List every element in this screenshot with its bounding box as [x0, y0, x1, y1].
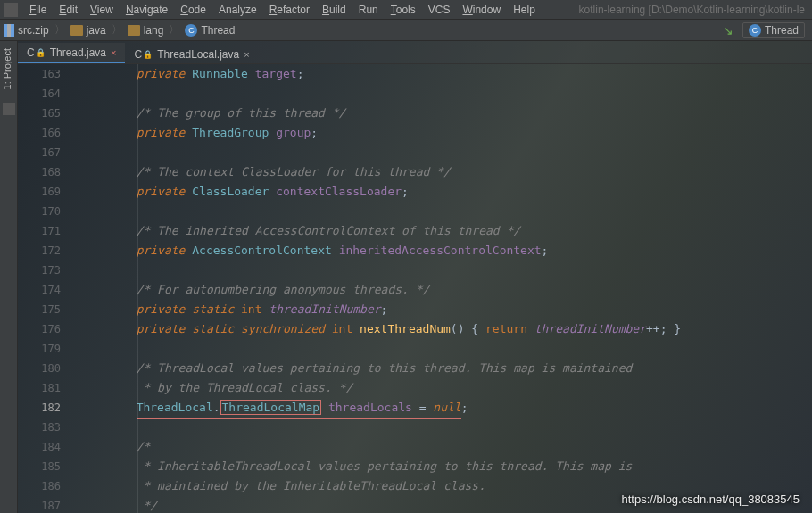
editor-tabs: C🔒Thread.java×C🔒ThreadLocal.java×: [18, 41, 812, 64]
line-number: 170: [18, 202, 61, 221]
line-number: 180: [18, 359, 61, 378]
code-line[interactable]: /* The context ClassLoader for this thre…: [80, 162, 812, 182]
line-number: 187: [18, 496, 61, 513]
folder-icon: [70, 25, 83, 36]
line-number: 186: [18, 476, 61, 496]
line-number: 171: [18, 221, 61, 241]
close-icon[interactable]: ×: [111, 47, 116, 58]
tab-label: ThreadLocal.java: [157, 48, 239, 61]
build-icon[interactable]: ↘: [723, 23, 733, 37]
tab-label: Thread.java: [50, 46, 106, 59]
archive-icon: [4, 24, 14, 37]
line-number: 168: [18, 162, 61, 182]
chevron-right-icon: 〉: [53, 22, 67, 37]
line-number: 164: [18, 84, 61, 103]
code-line[interactable]: private static synchronized int nextThre…: [80, 319, 812, 339]
line-number: 163: [18, 64, 61, 84]
project-tool-tab[interactable]: 1: Project: [0, 41, 14, 96]
code-line[interactable]: private AccessControlContext inheritedAc…: [80, 241, 812, 261]
project-path-label: kotlin-learning [D:\Demo\Kotlin-learning…: [579, 4, 812, 16]
tab-threadlocal-java[interactable]: C🔒ThreadLocal.java×: [125, 45, 258, 63]
line-number: 179: [18, 339, 61, 359]
code-line[interactable]: /* ThreadLocal values pertaining to this…: [80, 359, 812, 378]
menu-edit[interactable]: Edit: [53, 4, 84, 16]
line-number-gutter: 1631641651661671681691701711721731741751…: [18, 64, 71, 513]
menu-analyze[interactable]: Analyze: [212, 4, 263, 16]
menu-vcs[interactable]: VCS: [422, 4, 457, 16]
class-icon: C: [134, 48, 142, 61]
code-line[interactable]: private ThreadGroup group;: [80, 123, 812, 143]
left-tool-stripe: 1: Project: [0, 41, 18, 513]
line-number: 167: [18, 143, 61, 162]
code-line[interactable]: [80, 84, 812, 103]
run-config-label: Thread: [765, 24, 799, 37]
menu-run[interactable]: Run: [352, 4, 385, 16]
tab-thread-java[interactable]: C🔒Thread.java×: [18, 43, 125, 63]
code-line[interactable]: * InheritableThreadLocal values pertaini…: [80, 457, 812, 476]
menu-help[interactable]: Help: [507, 4, 542, 16]
breadcrumb-lang[interactable]: lang: [124, 24, 168, 37]
code-line[interactable]: /* The inherited AccessControlContext of…: [80, 221, 812, 241]
menu-refactor[interactable]: Refactor: [263, 4, 316, 16]
code-editor[interactable]: 1631641651661671681691701711721731741751…: [18, 64, 812, 513]
main-menu-bar: FileEditViewNavigateCodeAnalyzeRefactorB…: [0, 0, 812, 20]
lock-icon: 🔒: [36, 48, 46, 57]
code-line[interactable]: [80, 339, 812, 359]
app-logo-icon: [4, 3, 18, 17]
breadcrumb-java[interactable]: java: [67, 24, 110, 37]
line-number: 184: [18, 437, 61, 457]
code-line[interactable]: ThreadLocal.ThreadLocalMap threadLocals …: [80, 398, 812, 418]
code-line[interactable]: [80, 261, 812, 280]
menu-build[interactable]: Build: [316, 4, 352, 16]
line-number: 176: [18, 319, 61, 339]
code-line[interactable]: /* For autonumbering anonymous threads. …: [80, 280, 812, 300]
line-number: 185: [18, 457, 61, 476]
lock-icon: 🔒: [143, 50, 153, 59]
line-number: 182: [18, 398, 61, 418]
class-icon: C: [27, 46, 35, 59]
menu-tools[interactable]: Tools: [385, 4, 422, 16]
code-line[interactable]: /* The group of this thread */: [80, 103, 812, 123]
code-line[interactable]: [80, 143, 812, 162]
run-config-button[interactable]: C Thread: [742, 22, 805, 38]
line-number: 174: [18, 280, 61, 300]
menu-navigate[interactable]: Navigate: [120, 4, 174, 16]
code-area[interactable]: private Runnable target; /* The group of…: [80, 64, 812, 513]
code-line[interactable]: /*: [80, 437, 812, 457]
class-icon: C: [185, 24, 197, 37]
line-number: 183: [18, 418, 61, 437]
line-number: 181: [18, 378, 61, 398]
code-line[interactable]: [80, 202, 812, 221]
structure-tool-icon[interactable]: [3, 103, 15, 115]
line-number: 172: [18, 241, 61, 261]
close-icon[interactable]: ×: [244, 49, 249, 60]
class-icon: C: [749, 24, 761, 37]
chevron-right-icon: 〉: [167, 22, 181, 37]
line-number: 165: [18, 103, 61, 123]
menu-window[interactable]: Window: [456, 4, 507, 16]
code-line[interactable]: [80, 418, 812, 437]
breadcrumb-src-zip[interactable]: src.zip: [0, 24, 53, 37]
menu-file[interactable]: File: [23, 4, 53, 16]
navigation-bar: src.zip〉java〉lang〉CThread ↘ C Thread: [0, 20, 812, 41]
line-number: 173: [18, 261, 61, 280]
code-line[interactable]: private ClassLoader contextClassLoader;: [80, 182, 812, 202]
menu-code[interactable]: Code: [174, 4, 212, 16]
menu-view[interactable]: View: [84, 4, 120, 16]
watermark-text: https://blog.csdn.net/qq_38083545: [622, 492, 800, 506]
line-number: 166: [18, 123, 61, 143]
line-number: 169: [18, 182, 61, 202]
code-line[interactable]: private static int threadInitNumber;: [80, 300, 812, 319]
code-line[interactable]: private Runnable target;: [80, 64, 812, 84]
folder-icon: [128, 25, 140, 36]
chevron-right-icon: 〉: [110, 22, 124, 37]
line-number: 175: [18, 300, 61, 319]
breadcrumb-thread[interactable]: CThread: [181, 24, 238, 37]
code-line[interactable]: * by the ThreadLocal class. */: [80, 378, 812, 398]
